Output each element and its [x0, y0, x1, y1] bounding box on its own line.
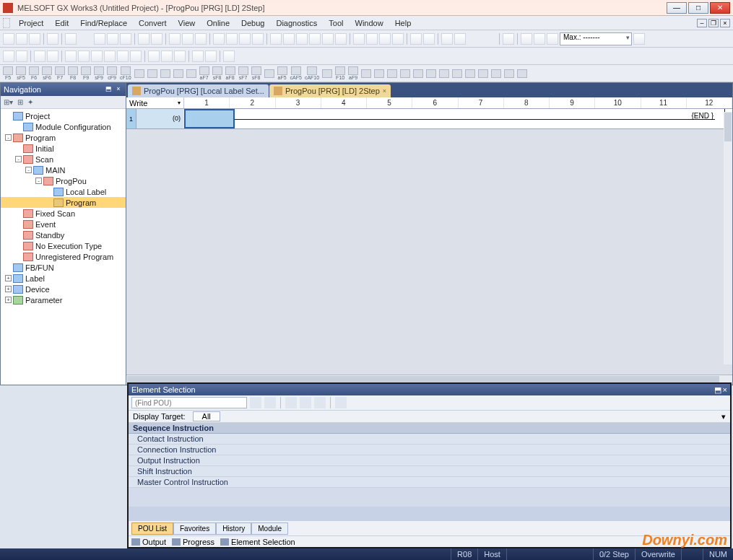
elsel-item[interactable]: Master Control Instruction	[129, 477, 730, 488]
ladder-tool-27[interactable]	[361, 69, 371, 78]
menu-diagnostics[interactable]: Diagnostics	[270, 17, 323, 29]
nav-pin-icon[interactable]: ⬒	[104, 85, 113, 94]
tree-no-execution-type[interactable]: No Execution Type	[1, 240, 126, 251]
menu-help[interactable]: Help	[389, 17, 417, 29]
search-btn-4[interactable]	[300, 397, 311, 408]
ladder-editor[interactable]: Write 123456789101112 1 (0) {END } ]	[126, 97, 732, 375]
elsel-tab-history[interactable]: History	[216, 522, 251, 535]
minimize-button[interactable]: —	[667, 2, 687, 14]
ladder-tool-20[interactable]	[264, 69, 274, 78]
display-target-all[interactable]: All	[193, 411, 220, 421]
display-target-drop[interactable]: ▾	[717, 412, 730, 421]
tb-icon-13[interactable]	[503, 33, 514, 45]
ladder-tool-32[interactable]	[426, 69, 436, 78]
ladder-tool-7[interactable]: sF9	[94, 66, 104, 80]
ladder-tool-23[interactable]: cAF10	[305, 66, 319, 80]
elsel-close-icon[interactable]: ×	[723, 385, 727, 395]
elsel-item[interactable]: Connection Instruction	[129, 445, 730, 455]
menu-findreplace[interactable]: Find/Replace	[74, 17, 133, 29]
ladder-tool-10[interactable]	[134, 69, 144, 78]
nav-tool-3[interactable]: ✦	[27, 98, 33, 106]
tb2-14[interactable]	[192, 51, 204, 62]
elsel-item[interactable]: Contact Instruction	[129, 434, 730, 445]
find-pou-input[interactable]	[131, 397, 247, 408]
ladder-tool-36[interactable]	[478, 69, 488, 78]
copy-icon[interactable]	[107, 33, 118, 45]
new-icon[interactable]	[3, 33, 14, 45]
tb-icon-12[interactable]	[423, 33, 435, 45]
element-list-header[interactable]: Sequence Instruction	[129, 423, 730, 434]
ladder-tool-17[interactable]: aF8	[225, 66, 235, 80]
menu-online[interactable]: Online	[201, 17, 235, 29]
nav-tool-1[interactable]: ⊞▾	[4, 98, 13, 106]
tb-icon-4[interactable]	[309, 33, 321, 45]
tab-inactive[interactable]: ProgPou [PRG] [Local Label Set...	[128, 84, 269, 97]
zoom-in-icon[interactable]	[441, 33, 453, 45]
ladder-tool-5[interactable]: F8	[68, 66, 78, 80]
tree-fb-fun[interactable]: FB/FUN	[1, 262, 126, 273]
element-list[interactable]: Sequence Instruction Contact Instruction…	[129, 423, 730, 507]
tb-icon-9[interactable]	[379, 33, 391, 45]
ladder-tool-34[interactable]	[452, 69, 462, 78]
tb2-8[interactable]	[104, 51, 116, 62]
nav-close-icon[interactable]: ×	[114, 85, 123, 94]
ladder-tool-33[interactable]	[439, 69, 449, 78]
simulate-icon[interactable]	[213, 33, 225, 45]
paste-icon[interactable]	[120, 33, 131, 45]
tb-icon-3[interactable]	[296, 33, 308, 45]
editor-scrollbar-v[interactable]	[724, 112, 732, 364]
ladder-tool-11[interactable]	[147, 69, 157, 78]
elsel-item[interactable]: Output Instruction	[129, 455, 730, 466]
search-btn-2[interactable]	[264, 397, 276, 408]
search-btn-6[interactable]	[335, 397, 347, 408]
tree-program[interactable]: -Program	[1, 132, 126, 143]
menu-project[interactable]: Project	[13, 17, 49, 29]
ladder-tool-38[interactable]	[504, 69, 514, 78]
tb-icon-1[interactable]	[270, 33, 282, 45]
tb-icon-14[interactable]	[521, 33, 532, 45]
tree-device[interactable]: +Device	[1, 284, 126, 294]
ladder-tool-26[interactable]: aF9	[348, 66, 358, 80]
tb2-1[interactable]	[3, 51, 14, 62]
tb2-5[interactable]	[65, 51, 77, 62]
ladder-tool-24[interactable]	[322, 69, 332, 78]
ladder-tool-28[interactable]	[374, 69, 384, 78]
max-combo[interactable]: Max.: -------	[560, 32, 632, 45]
build-icon[interactable]	[182, 33, 194, 45]
panel-tab-elementselection[interactable]: Element Selection	[220, 538, 295, 546]
tree-parameter[interactable]: +Parameter	[1, 294, 126, 305]
tb2-3[interactable]	[34, 51, 45, 62]
ladder-tool-3[interactable]: sF6	[42, 66, 52, 80]
tree-initial[interactable]: Initial	[1, 143, 126, 154]
read-plc-icon[interactable]	[252, 33, 264, 45]
ladder-tool-31[interactable]	[413, 69, 423, 78]
write-plc-icon[interactable]	[239, 33, 251, 45]
menu-tool[interactable]: Tool	[323, 17, 349, 29]
ladder-tool-37[interactable]	[491, 69, 501, 78]
rung-cell-2-selected[interactable]: (0)	[184, 109, 235, 128]
ladder-tool-13[interactable]	[173, 69, 183, 78]
close-button[interactable]: ✕	[710, 2, 730, 14]
menu-debug[interactable]: Debug	[235, 17, 270, 29]
ladder-tool-35[interactable]	[465, 69, 475, 78]
ladder-tool-8[interactable]: cF9	[107, 66, 117, 80]
tree-module-configuration[interactable]: Module Configuration	[1, 121, 126, 132]
tb2-11[interactable]	[148, 51, 160, 62]
zoom-out-icon[interactable]	[454, 33, 466, 45]
tb-icon-6[interactable]	[335, 33, 347, 45]
search-btn-5[interactable]	[314, 397, 326, 408]
elsel-tab-favorites[interactable]: Favorites	[173, 522, 216, 535]
ladder-tool-39[interactable]	[517, 69, 527, 78]
tb-icon-5[interactable]	[322, 33, 334, 45]
nav-tool-2[interactable]: ⊞	[17, 98, 23, 106]
ladder-tool-25[interactable]: F10	[335, 66, 345, 80]
print-icon[interactable]	[47, 33, 58, 45]
ladder-tool-9[interactable]: cF10	[120, 66, 131, 80]
tb2-13[interactable]	[174, 51, 186, 62]
ladder-tool-15[interactable]: aF7	[199, 66, 209, 80]
ladder-tool-2[interactable]: F6	[29, 66, 39, 80]
ladder-tool-19[interactable]: sF8	[251, 66, 261, 80]
maximize-button[interactable]: □	[688, 2, 708, 14]
tb-icon-11[interactable]	[410, 33, 422, 45]
redo-icon[interactable]	[151, 33, 162, 45]
